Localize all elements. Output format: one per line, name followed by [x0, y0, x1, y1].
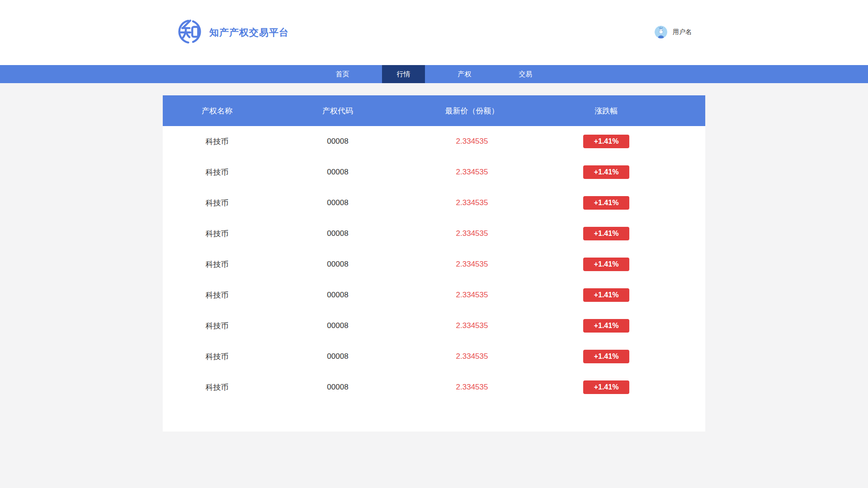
property-name: 科技币	[163, 290, 271, 300]
table-row[interactable]: 科技币 00008 2.334535 +1.41%	[163, 310, 705, 341]
property-code: 00008	[271, 168, 404, 177]
main-nav: 首页 行情 产权 交易	[0, 65, 868, 83]
market-board: 产权名称 产权代码 最新价（份额） 涨跌幅 科技币 00008 2.334535…	[163, 95, 705, 432]
change-badge: +1.41%	[583, 196, 629, 210]
column-header-code: 产权代码	[271, 106, 404, 116]
change-badge: +1.41%	[583, 380, 629, 394]
property-code: 00008	[271, 137, 404, 146]
property-code: 00008	[271, 291, 404, 300]
table-body: 科技币 00008 2.334535 +1.41% 科技币 00008 2.33…	[163, 126, 705, 403]
latest-price: 2.334535	[404, 137, 540, 146]
column-header-name: 产权名称	[163, 106, 271, 116]
change-cell: +1.41%	[540, 350, 673, 363]
property-name: 科技币	[163, 321, 271, 331]
change-cell: +1.41%	[540, 288, 673, 302]
change-badge: +1.41%	[583, 227, 629, 240]
property-name: 科技币	[163, 352, 271, 362]
latest-price: 2.334535	[404, 260, 540, 269]
platform-logo-icon	[177, 19, 203, 46]
change-badge: +1.41%	[583, 350, 629, 363]
column-header-price: 最新价（份额）	[404, 106, 540, 116]
latest-price: 2.334535	[404, 383, 540, 392]
latest-price: 2.334535	[404, 291, 540, 300]
property-name: 科技币	[163, 167, 271, 178]
change-badge: +1.41%	[583, 288, 629, 302]
change-badge: +1.41%	[583, 258, 629, 271]
property-code: 00008	[271, 321, 404, 330]
latest-price: 2.334535	[404, 352, 540, 361]
latest-price: 2.334535	[404, 168, 540, 177]
page-title: 知产产权交易平台	[209, 26, 289, 39]
change-badge: +1.41%	[583, 135, 629, 148]
user-menu[interactable]: 用户名	[655, 26, 692, 38]
change-cell: +1.41%	[540, 319, 673, 333]
latest-price: 2.334535	[404, 321, 540, 330]
user-avatar[interactable]	[655, 26, 667, 38]
property-name: 科技币	[163, 136, 271, 147]
brand: 知产产权交易平台	[177, 19, 289, 46]
table-row[interactable]: 科技币 00008 2.334535 +1.41%	[163, 126, 705, 157]
change-badge: +1.41%	[583, 165, 629, 179]
table-row[interactable]: 科技币 00008 2.334535 +1.41%	[163, 157, 705, 188]
property-code: 00008	[271, 383, 404, 392]
change-cell: +1.41%	[540, 196, 673, 210]
property-name: 科技币	[163, 229, 271, 239]
latest-price: 2.334535	[404, 229, 540, 238]
property-code: 00008	[271, 229, 404, 238]
table-row[interactable]: 科技币 00008 2.334535 +1.41%	[163, 218, 705, 249]
property-name: 科技币	[163, 198, 271, 208]
column-header-change: 涨跌幅	[540, 106, 673, 116]
table-row[interactable]: 科技币 00008 2.334535 +1.41%	[163, 249, 705, 280]
property-name: 科技币	[163, 259, 271, 270]
change-cell: +1.41%	[540, 135, 673, 148]
change-cell: +1.41%	[540, 165, 673, 179]
change-cell: +1.41%	[540, 380, 673, 394]
change-badge: +1.41%	[583, 319, 629, 333]
property-name: 科技币	[163, 382, 271, 393]
nav-tab-3[interactable]: 交易	[504, 65, 547, 83]
nav-tab-1[interactable]: 行情	[382, 65, 425, 83]
table-row[interactable]: 科技币 00008 2.334535 +1.41%	[163, 280, 705, 310]
table-row[interactable]: 科技币 00008 2.334535 +1.41%	[163, 188, 705, 218]
nav-tab-0[interactable]: 首页	[321, 65, 364, 83]
property-code: 00008	[271, 352, 404, 361]
nav-tab-2[interactable]: 产权	[443, 65, 486, 83]
property-code: 00008	[271, 260, 404, 269]
change-cell: +1.41%	[540, 227, 673, 240]
top-header: 知产产权交易平台 用户名	[0, 0, 868, 65]
change-cell: +1.41%	[540, 258, 673, 271]
table-header-row: 产权名称 产权代码 最新价（份额） 涨跌幅	[163, 95, 705, 126]
table-row[interactable]: 科技币 00008 2.334535 +1.41%	[163, 341, 705, 372]
property-code: 00008	[271, 198, 404, 207]
table-row[interactable]: 科技币 00008 2.334535 +1.41%	[163, 372, 705, 403]
username-label[interactable]: 用户名	[673, 28, 692, 36]
latest-price: 2.334535	[404, 198, 540, 207]
